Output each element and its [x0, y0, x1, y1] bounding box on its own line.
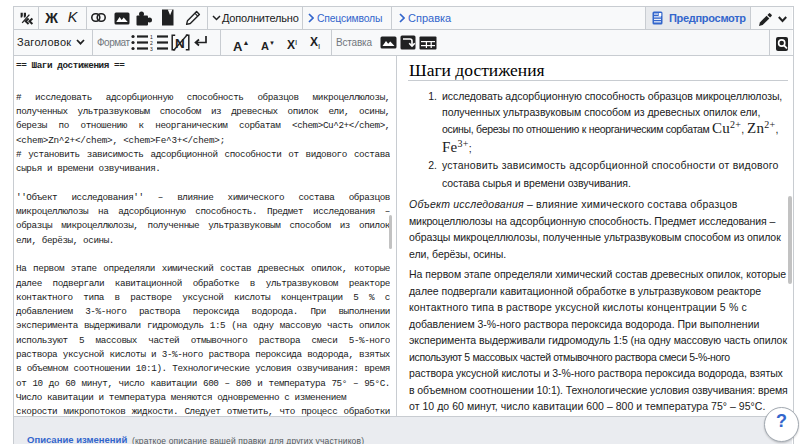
svg-text:3: 3 — [150, 46, 153, 52]
